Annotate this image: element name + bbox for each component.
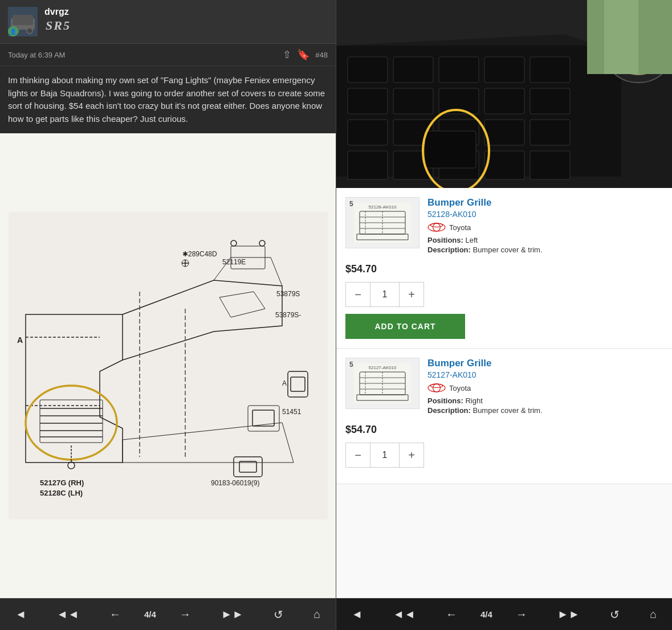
svg-rect-61 <box>530 120 570 145</box>
product-1-positions-label: Positions: <box>427 236 463 244</box>
nav-page-left: 4/4 <box>144 609 156 619</box>
product-1-diagram: 52128-AK010 <box>354 203 411 243</box>
svg-point-32 <box>68 462 75 469</box>
post-actions: ⇧ 🔖 #48 <box>283 48 328 61</box>
svg-rect-48 <box>393 57 433 83</box>
product-2-desc-value: Bumper cover & trim. <box>473 406 542 415</box>
product-1-qty-minus[interactable]: − <box>345 282 370 307</box>
badge-logo: SR5 <box>44 17 101 33</box>
product-1-sku: 52128-AK010 <box>427 210 663 219</box>
product-2-positions: Positions: Right <box>427 396 663 405</box>
user-info: dvrgz SR5 <box>44 7 101 36</box>
svg-rect-50 <box>484 57 524 83</box>
svg-text:✱289C48D: ✱289C48D <box>182 250 217 258</box>
product-2-info: Bumper Grille 52127-AK010 Toyota Positio… <box>427 358 663 418</box>
product-2-qty-plus[interactable]: + <box>399 443 424 468</box>
svg-text:52127G (RH): 52127G (RH) <box>40 478 84 487</box>
username: dvrgz <box>44 7 101 17</box>
avatar-container: 👤 <box>8 7 38 36</box>
product-2-top: 5 52127-AK010 Bumper Grille <box>345 358 663 418</box>
product-2-qty-value: 1 <box>370 443 399 468</box>
right-nav-page: 4/4 <box>480 609 492 619</box>
product-1-brand-name: Toyota <box>449 223 471 232</box>
svg-rect-73 <box>604 0 638 74</box>
svg-text:52128-AK010: 52128-AK010 <box>369 204 397 210</box>
nav-prev-icon[interactable]: ← <box>103 603 128 625</box>
nav-fast-back-icon[interactable]: ◄◄ <box>50 603 86 625</box>
svg-rect-23 <box>239 461 256 472</box>
nav-next-icon[interactable]: → <box>173 603 198 625</box>
product-2-brand-name: Toyota <box>449 384 471 392</box>
nav-fast-forward-icon[interactable]: ►► <box>214 603 251 625</box>
toyota-logo-icon-2 <box>427 383 446 393</box>
nav-refresh-icon[interactable]: ↺ <box>267 603 290 626</box>
svg-point-12 <box>259 240 265 246</box>
left-nav-bar: ◄ ◄◄ ← 4/4 → ►► ↺ ⌂ <box>0 598 336 630</box>
product-2-positions-value: Right <box>465 396 482 405</box>
product-1-add-to-cart[interactable]: ADD TO CART <box>345 314 465 339</box>
svg-rect-57 <box>348 120 388 145</box>
svg-rect-53 <box>393 88 433 114</box>
user-badge: SR5 <box>44 17 101 36</box>
product-2-description: Description: Bumper cover & trim. <box>427 406 663 415</box>
product-1-title: Bumper Grille <box>427 197 663 208</box>
product-2-thumbnail: 5 52127-AK010 <box>345 358 420 409</box>
svg-rect-47 <box>348 57 388 83</box>
bookmark-icon[interactable]: 🔖 <box>297 48 309 61</box>
product-1-qty-plus[interactable]: + <box>399 282 424 307</box>
svg-rect-66 <box>530 151 570 179</box>
nav-back-icon[interactable]: ◄ <box>9 603 34 625</box>
post-number: #48 <box>315 51 328 59</box>
right-nav-fast-back-icon[interactable]: ◄◄ <box>386 603 422 625</box>
product-1-position-num: 5 <box>349 200 353 208</box>
svg-text:A: A <box>282 379 287 387</box>
product-item-1: 5 52128-AK010 Bumper Grille <box>336 188 672 349</box>
products-list: 5 52128-AK010 Bumper Grille <box>336 188 672 598</box>
product-1-desc-label: Description: <box>427 246 471 254</box>
right-nav-next-icon[interactable]: → <box>509 603 534 625</box>
svg-rect-62 <box>348 151 388 179</box>
product-2-position-num: 5 <box>349 361 353 369</box>
right-panel: 5 52128-AK010 Bumper Grille <box>336 0 672 630</box>
svg-text:52127-AK010: 52127-AK010 <box>369 365 397 370</box>
online-indicator: 👤 <box>8 26 18 36</box>
product-1-top: 5 52128-AK010 Bumper Grille <box>345 197 663 257</box>
product-1-price: $54.70 <box>345 263 663 275</box>
svg-text:51451: 51451 <box>282 408 302 416</box>
product-1-desc-value: Bumper cover & trim. <box>473 246 542 254</box>
svg-point-84 <box>430 223 442 227</box>
user-header: 👤 dvrgz SR5 <box>0 0 336 44</box>
product-2-title: Bumper Grille <box>427 358 663 369</box>
svg-rect-51 <box>530 57 570 83</box>
product-2-qty-minus[interactable]: − <box>345 443 370 468</box>
truck-image <box>336 0 672 188</box>
svg-rect-49 <box>439 57 479 83</box>
product-2-qty-controls: − 1 + <box>345 443 424 468</box>
svg-rect-22 <box>234 457 262 477</box>
right-nav-back-icon[interactable]: ◄ <box>345 603 370 625</box>
product-item-2: 5 52127-AK010 Bumper Grille <box>336 349 672 484</box>
post-text: Im thinking about making my own set of "… <box>8 74 328 125</box>
share-icon[interactable]: ⇧ <box>283 48 291 61</box>
toyota-logo-icon-1 <box>427 222 446 232</box>
product-1-thumbnail: 5 52128-AK010 <box>345 197 420 248</box>
product-2-sku: 52127-AK010 <box>427 370 663 379</box>
right-nav-refresh-icon[interactable]: ↺ <box>603 603 626 626</box>
left-panel: 👤 dvrgz SR5 Today at 6:39 AM ⇧ 🔖 #48 Im … <box>0 0 336 630</box>
product-1-positions-value: Left <box>465 236 478 244</box>
nav-home-icon[interactable]: ⌂ <box>307 603 327 625</box>
svg-rect-19 <box>291 377 305 391</box>
right-nav-home-icon[interactable]: ⌂ <box>643 603 663 625</box>
product-2-diagram: 52127-AK010 <box>354 363 411 403</box>
svg-text:👤: 👤 <box>10 28 17 35</box>
product-1-description: Description: Bumper cover & trim. <box>427 246 663 254</box>
product-1-qty-controls: − 1 + <box>345 282 424 307</box>
post-content: Im thinking about making my own set of "… <box>0 66 336 133</box>
svg-rect-25 <box>40 400 103 443</box>
svg-point-11 <box>231 240 237 246</box>
post-meta: Today at 6:39 AM ⇧ 🔖 #48 <box>0 44 336 66</box>
product-2-positions-label: Positions: <box>427 396 463 405</box>
right-nav-prev-icon[interactable]: ← <box>439 603 464 625</box>
right-nav-fast-forward-icon[interactable]: ►► <box>551 603 587 625</box>
svg-rect-65 <box>484 151 524 179</box>
